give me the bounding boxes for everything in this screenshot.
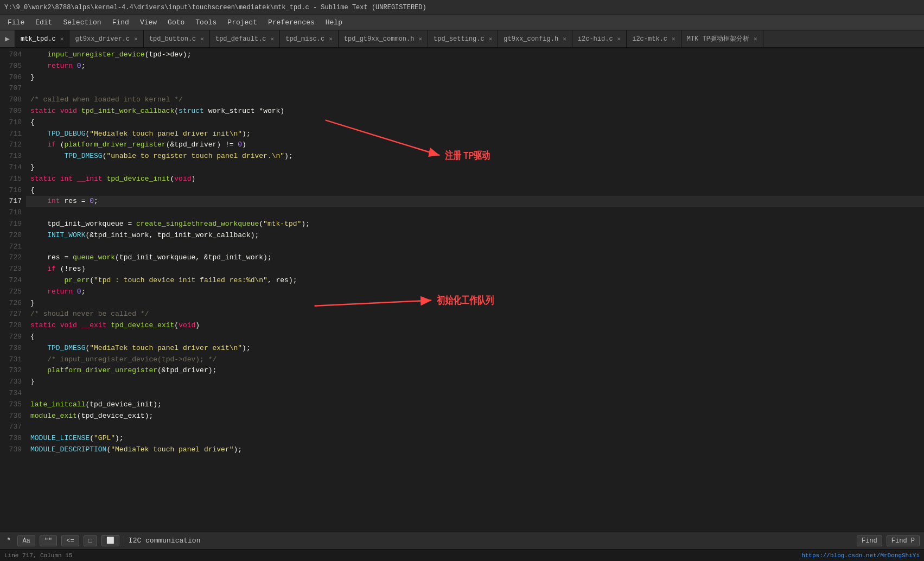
tab-mtk-tpd[interactable]: mtk_tpd.c ✕ — [15, 30, 69, 47]
line-num-738: 738 — [0, 433, 22, 444]
close-icon[interactable]: ✕ — [418, 35, 422, 42]
line-num-724: 724 — [0, 275, 22, 286]
line-num-713: 713 — [0, 151, 22, 162]
menu-goto[interactable]: Goto — [162, 16, 190, 29]
code-line-727: /* should never be called */ — [26, 309, 924, 320]
menu-file[interactable]: File — [2, 16, 30, 29]
close-icon[interactable]: ✕ — [754, 35, 757, 42]
line-num-728: 728 — [0, 320, 22, 331]
line-num-707: 707 — [0, 83, 22, 94]
line-num-730: 730 — [0, 343, 22, 354]
tab-tpd-button[interactable]: tpd_button.c ✕ — [144, 30, 210, 47]
close-icon[interactable]: ✕ — [329, 35, 333, 42]
tab-i2c-mtk[interactable]: i2c-mtk.c ✕ — [627, 30, 681, 47]
tab-gt9xx-config[interactable]: gt9xx_config.h ✕ — [498, 30, 572, 47]
code-line-709: static void tpd_init_work_callback(struc… — [26, 106, 924, 117]
close-icon[interactable]: ✕ — [617, 35, 621, 42]
line-num-732: 732 — [0, 365, 22, 377]
menu-tools[interactable]: Tools — [190, 16, 222, 29]
box-button[interactable]: □ — [84, 536, 97, 546]
code-line-708: /* called when loaded into kernel */ — [26, 94, 924, 106]
code-line-716: { — [26, 185, 924, 196]
title-bar: Y:\9_0\work2\8788\alps\kernel-4.4\driver… — [0, 0, 924, 15]
communication-label: I2C communication — [129, 537, 852, 545]
menu-selection[interactable]: Selection — [58, 16, 106, 29]
line-num-737: 737 — [0, 422, 22, 433]
menu-project[interactable]: Project — [222, 16, 263, 29]
tab-bar: ▶ mtk_tpd.c ✕ gt9xx_driver.c ✕ tpd_butto… — [0, 30, 924, 48]
find-p-button[interactable]: Find P — [887, 536, 920, 546]
line-num-720: 720 — [0, 230, 22, 241]
tab-tpd-default[interactable]: tpd_default.c ✕ — [210, 30, 280, 47]
close-icon[interactable]: ✕ — [271, 35, 275, 42]
line-numbers: 704 705 706 707 708 709 710 711 712 713 … — [0, 48, 26, 532]
status-bar: Line 717, Column 15 https://blog.csdn.ne… — [0, 549, 924, 561]
line-num-708: 708 — [0, 94, 22, 106]
close-icon[interactable]: ✕ — [563, 35, 566, 42]
close-icon[interactable]: ✕ — [134, 35, 138, 42]
line-num-721: 721 — [0, 241, 22, 253]
line-num-717: 717 — [0, 196, 22, 207]
code-line-718 — [26, 207, 924, 219]
tab-label: tpd_setting.c — [434, 35, 485, 43]
line-num-723: 723 — [0, 264, 22, 275]
code-line-722: res = queue_work(tpd_init_workqueue, &tp… — [26, 252, 924, 264]
find-button[interactable]: Find — [857, 536, 882, 546]
code-line-737 — [26, 422, 924, 433]
tab-label: i2c-mtk.c — [632, 35, 667, 43]
line-num-710: 710 — [0, 117, 22, 129]
aa-button[interactable]: Aa — [17, 536, 35, 546]
tab-tpd-setting[interactable]: tpd_setting.c ✕ — [428, 30, 498, 47]
tab-gt9xx-driver[interactable]: gt9xx_driver.c ✕ — [69, 30, 143, 47]
close-icon[interactable]: ✕ — [672, 35, 676, 42]
code-line-731: /* input_unregister_device(tpd->dev); */ — [26, 354, 924, 366]
tab-label: MTK TP驱动框架分析 — [687, 34, 749, 43]
close-icon[interactable]: ✕ — [200, 35, 204, 42]
tab-scroll-left[interactable]: ▶ — [0, 30, 15, 47]
menu-edit[interactable]: Edit — [30, 16, 58, 29]
title-text: Y:\9_0\work2\8788\alps\kernel-4.4\driver… — [4, 4, 426, 11]
line-num-735: 735 — [0, 399, 22, 411]
code-line-711: TPD_DEBUG("MediaTek touch panel driver i… — [26, 129, 924, 140]
close-icon[interactable]: ✕ — [489, 35, 493, 42]
tab-i2c-hid[interactable]: i2c-hid.c ✕ — [572, 30, 627, 47]
tab-mtk-tp-analysis[interactable]: MTK TP驱动框架分析 ✕ — [681, 30, 763, 47]
code-line-734 — [26, 388, 924, 399]
menu-preferences[interactable]: Preferences — [263, 16, 320, 29]
line-num-709: 709 — [0, 106, 22, 117]
status-position: Line 717, Column 15 — [4, 552, 72, 559]
toolbar-right: Find Find P — [857, 536, 920, 546]
code-line-733: } — [26, 377, 924, 388]
code-line-729: { — [26, 331, 924, 343]
square-button[interactable]: ⬜ — [101, 535, 119, 546]
editor-container: 704 705 706 707 708 709 710 711 712 713 … — [0, 48, 924, 532]
tab-label: i2c-hid.c — [578, 35, 613, 43]
line-num-722: 722 — [0, 252, 22, 264]
line-num-718: 718 — [0, 207, 22, 219]
line-num-725: 725 — [0, 286, 22, 298]
quote-button[interactable]: "" — [40, 536, 57, 546]
code-line-736: module_exit(tpd_device_exit); — [26, 411, 924, 422]
menu-view[interactable]: View — [135, 16, 162, 29]
code-line-720: INIT_WORK(&tpd_init_work, tpd_init_work_… — [26, 230, 924, 241]
line-num-714: 714 — [0, 162, 22, 174]
code-fold-button[interactable]: <= — [61, 536, 79, 546]
tab-tpd-misc[interactable]: tpd_misc.c ✕ — [280, 30, 339, 47]
close-icon[interactable]: ✕ — [60, 35, 64, 42]
star-icon[interactable]: * — [4, 536, 13, 546]
code-line-705: return 0; — [26, 61, 924, 72]
code-line-710: { — [26, 117, 924, 129]
status-url: https://blog.csdn.net/MrDongShiYi — [801, 552, 920, 559]
menu-find[interactable]: Find — [107, 16, 135, 29]
code-line-712: if (platform_driver_register(&tpd_driver… — [26, 139, 924, 151]
code-line-717: int res = 0; — [26, 196, 924, 207]
line-num-739: 739 — [0, 444, 22, 456]
line-num-711: 711 — [0, 129, 22, 140]
tab-tpd-gt9xx-common[interactable]: tpd_gt9xx_common.h ✕ — [339, 30, 428, 47]
line-num-727: 727 — [0, 309, 22, 320]
code-line-723: if (!res) — [26, 264, 924, 275]
code-area[interactable]: input_unregister_device(tpd->dev); retur… — [26, 48, 924, 532]
line-num-704: 704 — [0, 49, 22, 61]
menu-help[interactable]: Help — [320, 16, 348, 29]
tab-label: tpd_default.c — [215, 35, 266, 43]
